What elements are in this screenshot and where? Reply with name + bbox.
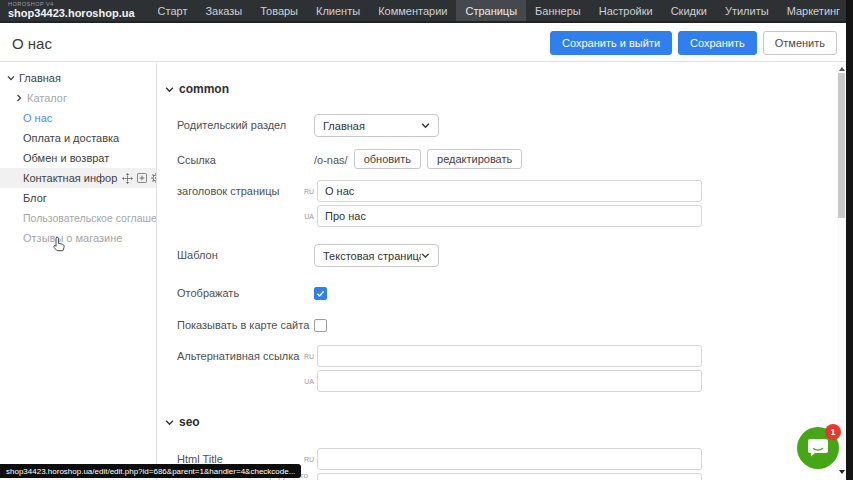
page-edit-form: common Родительский раздел Главная Ссылк… — [158, 63, 837, 480]
mouse-hand-cursor-icon — [52, 236, 67, 253]
field-label: Альтернативная ссылка — [177, 350, 304, 363]
sidebar-item-blog[interactable]: Блог — [0, 188, 156, 208]
menu-item-marketing[interactable]: Маркетинг — [778, 0, 849, 21]
html-title-ua-input[interactable] — [317, 473, 702, 480]
parent-section-select[interactable]: Главная — [314, 114, 439, 137]
field-label: Родительский раздел — [177, 119, 314, 132]
sidebar-item-store-reviews[interactable]: Отзывы о магазине — [0, 228, 156, 248]
page-title-ru-input[interactable] — [317, 180, 702, 202]
chevron-down-icon — [7, 74, 15, 82]
field-sitemap: Показывать в карте сайта — [158, 318, 837, 332]
link-update-button[interactable]: обновить — [354, 149, 421, 169]
field-template: Шаблон Текстовая страница — [158, 244, 837, 267]
sidebar-item-about[interactable]: О нас — [0, 108, 156, 128]
chat-unread-badge: 1 — [825, 424, 841, 440]
page-title: О нас — [12, 35, 52, 52]
sidebar-item-label: Главная — [19, 72, 61, 84]
field-label: Шаблон — [177, 249, 314, 262]
chat-bubble-icon — [807, 438, 829, 458]
sidebar-item-catalog[interactable]: Каталог — [0, 88, 156, 108]
field-link: Ссылка /o-nas/ обновить редактировать — [158, 149, 837, 169]
sidebar-item-payment-delivery[interactable]: Оплата и доставка — [0, 128, 156, 148]
field-display: Отображать — [158, 286, 837, 300]
add-icon[interactable] — [137, 173, 147, 183]
lang-ru-label: RU — [304, 188, 314, 202]
sidebar-item-label: Блог — [23, 192, 47, 204]
check-icon — [316, 289, 325, 298]
menu-item-banners[interactable]: Баннеры — [526, 0, 590, 21]
sidebar-item-exchange-return[interactable]: Обмен и возврат — [0, 148, 156, 168]
field-alt-link: Альтернативная ссылка RU UA — [158, 345, 837, 392]
menu-item-orders[interactable]: Заказы — [196, 0, 251, 21]
sidebar-item-label: Оплата и доставка — [23, 132, 119, 144]
chat-widget-button[interactable]: 1 — [797, 427, 839, 469]
chevron-down-icon — [165, 85, 174, 94]
sidebar-item-contact-info[interactable]: Контактная инфор — [0, 168, 156, 188]
save-button[interactable]: Сохранить — [678, 31, 757, 55]
link-value: /o-nas/ — [314, 154, 348, 166]
lang-ru-label: RU — [304, 353, 314, 367]
link-url-statusbar: shop34423.horoshop.ua/edit/edit.php?id=6… — [0, 464, 301, 478]
menu-item-comments[interactable]: Комментарии — [369, 0, 456, 21]
page-title-ua-input[interactable] — [317, 205, 702, 227]
sitemap-checkbox[interactable] — [314, 319, 327, 332]
menu-item-clients[interactable]: Клиенты — [307, 0, 369, 21]
app-window: HOROSHOP V4 shop34423.horoshop.ua Старт … — [0, 0, 853, 480]
sidebar-item-user-agreement[interactable]: Пользовательское соглашение — [0, 208, 156, 228]
top-navigation-bar: HOROSHOP V4 shop34423.horoshop.ua Старт … — [0, 0, 853, 23]
page-header: О нас Сохранить и выйти Сохранить Отмени… — [0, 25, 846, 62]
vertical-scrollbar[interactable] — [837, 63, 846, 480]
menu-item-discounts[interactable]: Скидки — [662, 0, 716, 21]
section-header-common[interactable]: common — [165, 82, 837, 96]
select-value: Главная — [323, 120, 421, 132]
lang-ua-label: UA — [304, 378, 314, 392]
field-page-title: заголовок страницы RU UA — [158, 180, 837, 227]
menu-item-pages[interactable]: Страницы — [456, 0, 526, 21]
alt-link-ua-input[interactable] — [317, 370, 702, 392]
alt-link-ru-input[interactable] — [317, 345, 702, 367]
menu-item-start[interactable]: Старт — [149, 0, 197, 21]
field-parent-section: Родительский раздел Главная — [158, 114, 837, 137]
header-actions: Сохранить и выйти Сохранить Отменить — [550, 31, 837, 55]
screen-edge-strip — [846, 0, 853, 480]
sidebar-item-label: Каталог — [27, 92, 67, 104]
menu-item-products[interactable]: Товары — [251, 0, 307, 21]
tree-item-actions — [122, 173, 156, 184]
scrollbar-up-arrow[interactable] — [837, 65, 846, 73]
move-icon[interactable] — [122, 173, 133, 184]
sidebar-item-label: О нас — [23, 112, 52, 124]
html-title-ru-input[interactable] — [317, 448, 702, 470]
cancel-button[interactable]: Отменить — [763, 31, 837, 55]
scrollbar-thumb[interactable] — [838, 73, 845, 218]
sidebar-item-home[interactable]: Главная — [0, 68, 156, 88]
sidebar-item-label: Обмен и возврат — [23, 152, 109, 164]
lang-ru-label: RU — [304, 456, 314, 470]
sidebar-item-label: Пользовательское соглашение — [23, 212, 156, 224]
chevron-down-icon — [421, 251, 430, 260]
sidebar-item-label: Контактная инфор — [23, 172, 117, 184]
template-select[interactable]: Текстовая страница — [314, 244, 439, 267]
menu-item-utilities[interactable]: Утилиты — [716, 0, 778, 21]
menu-item-settings[interactable]: Настройки — [590, 0, 662, 21]
sidebar-item-label: Отзывы о магазине — [23, 232, 122, 244]
link-edit-button[interactable]: редактировать — [427, 149, 522, 169]
app-logo: HOROSHOP V4 shop34423.horoshop.ua — [8, 0, 149, 21]
save-and-exit-button[interactable]: Сохранить и выйти — [550, 31, 672, 55]
field-label: Отображать — [177, 287, 314, 300]
field-label: заголовок страницы — [177, 185, 304, 198]
pages-tree-sidebar: Главная Каталог О нас Оплата и доставка … — [0, 63, 157, 480]
settings-icon[interactable] — [151, 173, 156, 183]
select-value: Текстовая страница — [323, 250, 421, 262]
main-menu: Старт Заказы Товары Клиенты Комментарии … — [149, 0, 853, 21]
display-checkbox[interactable] — [314, 287, 327, 300]
lang-ua-label: UA — [304, 213, 314, 227]
field-label: Ссылка — [177, 154, 314, 167]
section-title: common — [179, 82, 229, 96]
chevron-down-icon — [421, 121, 430, 130]
section-title: seo — [179, 415, 200, 429]
section-header-seo[interactable]: seo — [165, 415, 837, 429]
scrollbar-down-arrow[interactable] — [837, 468, 846, 476]
chevron-down-icon — [165, 418, 174, 427]
chevron-right-icon — [15, 94, 23, 102]
field-label: Показывать в карте сайта — [177, 319, 314, 332]
